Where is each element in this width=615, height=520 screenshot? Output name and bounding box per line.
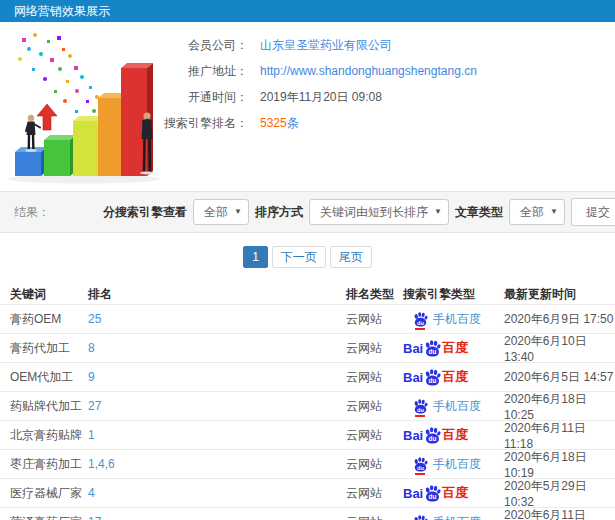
engine-label: 手机百度 xyxy=(433,398,481,415)
col-header-engine-type: 搜索引擎类型 xyxy=(403,286,504,303)
sort-select[interactable]: 关键词由短到长排序 ▼ xyxy=(309,199,449,225)
rank-link[interactable]: 17 xyxy=(88,515,101,520)
updated-cell: 2020年6月11日 11:18 xyxy=(504,420,615,451)
col-header-updated: 最新更新时间 xyxy=(504,286,615,303)
window-titlebar: 网络营销效果展示 xyxy=(0,0,615,22)
col-header-rank: 排名 xyxy=(88,286,346,303)
bar-green xyxy=(44,135,76,176)
rank-type-cell: 云网站 xyxy=(346,311,403,328)
up-arrow-icon xyxy=(37,104,57,130)
updated-cell: 2020年6月18日 10:25 xyxy=(504,391,615,422)
page-title: 网络营销效果展示 xyxy=(14,4,110,18)
keyword-cell: 北京膏药贴牌 xyxy=(0,427,88,444)
article-type-select[interactable]: 全部 ▼ xyxy=(509,199,565,225)
opened-time-value: 2019年11月20日 09:08 xyxy=(260,84,382,110)
promotion-url-link[interactable]: http://www.shandonghuangshengtang.cn xyxy=(260,58,477,84)
svg-text:du: du xyxy=(417,464,424,470)
dropdown-caret-icon: ▼ xyxy=(550,200,558,224)
col-header-keyword: 关键词 xyxy=(0,286,88,303)
updated-cell: 2020年5月29日 10:32 xyxy=(504,478,615,509)
table-row: 药贴牌代加工 27 云网站 du手机百度 2020年6月18日 10:25 xyxy=(0,391,615,420)
rank-type-cell: 云网站 xyxy=(346,340,403,357)
svg-text:du: du xyxy=(417,406,424,412)
updated-cell: 2020年6月11日 11:40 xyxy=(504,507,615,520)
info-section: 会员公司： 山东皇圣堂药业有限公司 推广地址： http://www.shand… xyxy=(0,22,615,191)
updated-cell: 2020年6月18日 10:19 xyxy=(504,449,615,480)
dropdown-caret-icon: ▼ xyxy=(234,200,242,224)
last-page-button[interactable]: 尾页 xyxy=(330,246,372,268)
sort-filter-label: 排序方式 xyxy=(255,204,303,221)
opened-time-row: 开通时间： 2019年11月20日 09:08 xyxy=(110,84,477,110)
results-table: 关键词 排名 排名类型 搜索引擎类型 最新更新时间 膏药OEM 25 云网站 d… xyxy=(0,284,615,520)
baidu-mobile-badge: du手机百度 xyxy=(403,514,481,520)
company-link[interactable]: 山东皇圣堂药业有限公司 xyxy=(260,32,392,58)
result-label: 结果： xyxy=(14,204,50,221)
article-type-select-value: 全部 xyxy=(520,205,544,219)
info-fields: 会员公司： 山东皇圣堂药业有限公司 推广地址： http://www.shand… xyxy=(110,32,477,136)
svg-text:du: du xyxy=(429,377,437,384)
col-header-rank-type: 排名类型 xyxy=(346,286,403,303)
rank-link[interactable]: 25 xyxy=(88,312,101,326)
svg-text:du: du xyxy=(429,493,437,500)
engine-select-value: 全部 xyxy=(204,205,228,219)
rank-type-cell: 云网站 xyxy=(346,514,403,520)
keyword-cell: 膏药OEM xyxy=(0,311,88,328)
article-type-filter-label: 文章类型 xyxy=(455,204,503,221)
keyword-cell: 膏药代加工 xyxy=(0,340,88,357)
baidu-paw-icon: du xyxy=(413,515,428,520)
rank-link[interactable]: 1 xyxy=(88,428,95,442)
rank-link[interactable]: 1,4,6 xyxy=(88,457,115,471)
baidu-logo: Baidu百度 xyxy=(403,484,468,502)
baidu-paw-icon: du xyxy=(413,312,428,327)
engine-rank-value: 5325条 xyxy=(260,110,299,136)
baidu-logo: Baidu百度 xyxy=(403,368,468,386)
baidu-mobile-badge: du手机百度 xyxy=(403,311,481,328)
rank-type-cell: 云网站 xyxy=(346,485,403,502)
keyword-cell: 枣庄膏药加工 xyxy=(0,456,88,473)
rank-link[interactable]: 8 xyxy=(88,341,95,355)
submit-button[interactable]: 提交 xyxy=(571,198,615,226)
engine-label: 手机百度 xyxy=(433,311,481,328)
next-page-button[interactable]: 下一页 xyxy=(272,246,326,268)
keyword-cell: 菏泽膏药厂家 xyxy=(0,514,88,520)
table-row: 膏药代加工 8 云网站 Baidu百度 2020年6月10日 13:40 xyxy=(0,333,615,362)
engine-rank-row: 搜索引擎排名： 5325条 xyxy=(110,110,477,136)
baidu-paw-icon: du xyxy=(413,457,428,472)
rank-link[interactable]: 27 xyxy=(88,399,101,413)
baidu-paw-icon: du xyxy=(424,369,441,386)
pagination: 1 下一页 尾页 xyxy=(0,246,615,268)
sort-select-value: 关键词由短到长排序 xyxy=(320,205,428,219)
baidu-logo: Baidu百度 xyxy=(403,339,468,357)
baidu-mobile-badge: du手机百度 xyxy=(403,398,481,415)
svg-text:du: du xyxy=(429,348,437,355)
engine-rank-label: 搜索引擎排名： xyxy=(110,110,248,136)
rank-type-cell: 云网站 xyxy=(346,398,403,415)
baidu-paw-icon: du xyxy=(424,427,441,444)
engine-label: 手机百度 xyxy=(433,456,481,473)
table-row: 北京膏药贴牌 1 云网站 Baidu百度 2020年6月11日 11:18 xyxy=(0,420,615,449)
svg-text:du: du xyxy=(429,435,437,442)
rank-count: 5325 xyxy=(260,116,287,130)
table-row: 医疗器械厂家 4 云网站 Baidu百度 2020年5月29日 10:32 xyxy=(0,478,615,507)
baidu-paw-icon: du xyxy=(424,340,441,357)
table-header-row: 关键词 排名 排名类型 搜索引擎类型 最新更新时间 xyxy=(0,284,615,304)
engine-filter-label: 分搜索引擎查看 xyxy=(103,204,187,221)
rank-link[interactable]: 9 xyxy=(88,370,95,384)
company-label: 会员公司： xyxy=(110,32,248,58)
table-row: 菏泽膏药厂家 17 云网站 du手机百度 2020年6月11日 11:40 xyxy=(0,507,615,520)
updated-cell: 2020年6月9日 17:50 xyxy=(504,311,615,328)
keyword-cell: 药贴牌代加工 xyxy=(0,398,88,415)
opened-time-label: 开通时间： xyxy=(110,84,248,110)
confetti-dots xyxy=(18,33,111,122)
rank-suffix: 条 xyxy=(287,116,299,130)
rank-type-cell: 云网站 xyxy=(346,427,403,444)
promotion-url-row: 推广地址： http://www.shandonghuangshengtang.… xyxy=(110,58,477,84)
rank-link[interactable]: 4 xyxy=(88,486,95,500)
table-row: 膏药OEM 25 云网站 du手机百度 2020年6月9日 17:50 xyxy=(0,304,615,333)
filter-controls: 分搜索引擎查看 全部 ▼ 排序方式 关键词由短到长排序 ▼ 文章类型 全部 ▼ … xyxy=(103,198,615,226)
engine-select[interactable]: 全部 ▼ xyxy=(193,199,249,225)
table-row: OEM代加工 9 云网站 Baidu百度 2020年6月5日 14:57 xyxy=(0,362,615,391)
page-1-button[interactable]: 1 xyxy=(243,246,268,268)
company-row: 会员公司： 山东皇圣堂药业有限公司 xyxy=(110,32,477,58)
promotion-url-label: 推广地址： xyxy=(110,58,248,84)
